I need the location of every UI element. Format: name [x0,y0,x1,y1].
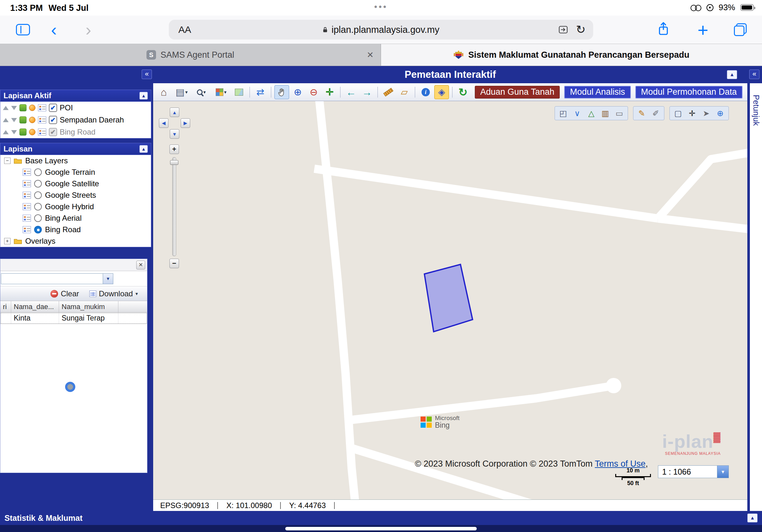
remove-layer-icon[interactable] [29,129,36,135]
back-button[interactable]: ‹ [51,21,57,38]
layers-menu-button[interactable] [172,85,191,99]
multitask-dots[interactable]: ••• [374,2,388,12]
move-layer-up-icon[interactable] [3,106,9,110]
base-layer-radio-selected[interactable] [34,226,42,233]
modul-analisis-button[interactable]: Modul Analisis [564,86,631,99]
measure-distance-button[interactable] [381,85,396,99]
identify-button[interactable] [434,85,449,99]
search-combobox-input[interactable] [1,274,103,284]
home-button[interactable] [156,85,171,99]
overview-globe-icon[interactable] [714,107,726,119]
home-indicator[interactable] [285,527,477,530]
statistik-bar[interactable]: Statistik & Maklumat [0,511,762,525]
info-select-icon[interactable] [700,107,713,119]
pan-west-button[interactable]: ◀ [159,118,169,128]
basemap-button[interactable] [212,85,230,99]
legend-icon[interactable] [38,104,46,111]
zoom-out-button[interactable] [306,85,321,99]
zoom-to-layer-icon[interactable] [20,104,27,111]
legend-icon[interactable] [23,169,31,176]
safari-sidebar-button[interactable] [16,24,30,35]
overlays-folder[interactable]: + Overlays [0,235,151,247]
move-layer-down-icon[interactable] [11,118,17,122]
combobox-dropdown-icon[interactable] [103,274,113,284]
pan-east-button[interactable]: ▶ [181,118,190,128]
sketch-style-icon[interactable] [649,107,662,119]
collapse-folder-icon[interactable]: − [4,158,11,164]
search-combobox[interactable] [1,273,113,284]
remove-layer-icon[interactable] [29,104,36,111]
zoom-out-step-button[interactable]: − [170,259,179,268]
lot-query-icon[interactable] [599,107,612,119]
share-button[interactable] [657,22,669,37]
draw-vertex-icon[interactable] [571,107,584,119]
column-header[interactable]: Nama_dae... [11,301,59,312]
clear-button[interactable]: Clear [47,288,82,299]
base-layer-radio[interactable] [34,168,42,176]
select-parcel-icon[interactable] [557,107,570,119]
previous-extent-button[interactable] [344,85,358,99]
base-layer-radio[interactable] [34,214,42,222]
refresh-button[interactable] [456,85,470,99]
tab-iplan[interactable]: Sistem Maklumat Gunatanah Perancangan Be… [381,44,762,66]
tab-sams-agent-portal[interactable]: S SAMS Agent Portal [0,44,381,66]
scale-dropdown-icon[interactable] [717,466,728,478]
expand-folder-icon[interactable]: + [4,238,11,244]
collapse-petunjuk-button[interactable] [749,70,759,79]
panel-collapse-button[interactable] [139,92,148,100]
base-layer-option[interactable]: Google Terrain [0,166,151,178]
base-layer-radio[interactable] [34,203,42,211]
legend-icon[interactable] [23,203,31,210]
move-layer-down-icon[interactable] [11,130,17,134]
pan-button[interactable] [274,85,289,99]
base-layer-option-selected[interactable]: Bing Road [0,224,151,235]
pan-south-button[interactable]: ▼ [170,129,179,139]
move-layer-down-icon[interactable] [11,106,17,110]
layer-checkbox[interactable] [49,104,57,112]
modul-permohonan-data-button[interactable]: Modul Permohonan Data [635,86,742,99]
new-tab-button[interactable]: + [698,19,708,40]
zoom-slider[interactable] [172,157,176,256]
draw-polygon-icon[interactable] [585,107,598,119]
map-canvas[interactable]: ▲ ◀ ▶ ▼ + − [153,101,747,499]
collapse-header-button[interactable] [727,70,737,79]
column-header[interactable]: ri [0,301,11,312]
close-tab-button[interactable] [367,50,374,60]
legend-icon[interactable] [23,192,31,199]
pan-move-icon[interactable] [686,107,699,119]
remove-layer-icon[interactable] [29,117,36,123]
base-layer-option[interactable]: Bing Aerial [0,212,151,224]
base-layers-folder[interactable]: − Base Layers [0,155,151,166]
zoom-to-layer-icon[interactable] [20,116,27,123]
base-layer-option[interactable]: Google Streets [0,189,151,201]
zoom-slider-handle[interactable] [170,160,178,165]
table-row[interactable]: Kinta Sungai Terap [0,312,147,324]
sketch-pencil-icon[interactable] [635,107,648,119]
aduan-guna-tanah-button[interactable]: Aduan Guna Tanah [475,86,560,99]
panel-collapse-button[interactable] [139,145,148,153]
zoom-box-icon[interactable] [672,107,684,119]
legend-icon[interactable] [38,129,46,136]
forward-button[interactable]: › [86,21,91,38]
measure-area-button[interactable] [397,85,412,99]
base-layer-option[interactable]: Google Hybrid [0,201,151,212]
full-extent-button[interactable] [322,85,337,99]
zoom-tools-button[interactable] [192,85,211,99]
address-bar[interactable]: AA iplan.planmalaysia.gov.my ↻ [169,20,593,39]
selected-parcel-polygon[interactable] [424,264,473,332]
zoom-in-step-button[interactable]: + [170,145,179,154]
reload-button[interactable]: ↻ [576,23,585,36]
legend-icon[interactable] [38,116,46,123]
scale-ratio-select[interactable]: 1 : 1066 [658,465,729,478]
pan-north-button[interactable]: ▲ [170,107,179,117]
column-header[interactable]: Nama_mukim [59,301,118,312]
zoom-to-layer-icon[interactable] [20,129,27,136]
label-icon[interactable] [613,107,626,119]
info-button[interactable]: i [418,85,433,99]
download-button[interactable]: Download [87,288,141,299]
move-layer-up-icon[interactable] [3,130,9,134]
tab-overview-button[interactable] [734,23,747,36]
close-results-button[interactable] [136,261,145,270]
map-image-button[interactable] [232,85,246,99]
layer-checkbox[interactable] [49,116,57,124]
